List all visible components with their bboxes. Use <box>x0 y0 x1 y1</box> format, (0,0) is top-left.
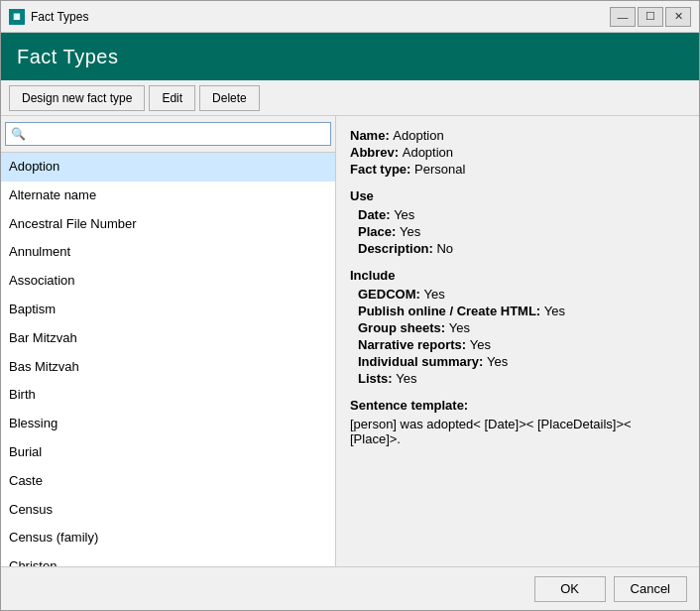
abbrev-label: Abbrev: <box>350 145 403 160</box>
ok-button[interactable]: OK <box>534 576 606 602</box>
list-item[interactable]: Birth <box>1 381 335 410</box>
lists-label: Lists: <box>358 371 396 386</box>
group-sheets-label: Group sheets: <box>358 320 449 335</box>
list-item[interactable]: Census <box>1 496 335 525</box>
sentence-template-text: [person] was adopted< [Date]>< [PlaceDet… <box>350 417 685 446</box>
place-label: Place: <box>358 224 400 239</box>
window-controls: — ☐ ✕ <box>610 7 691 27</box>
list-item[interactable]: Association <box>1 267 335 296</box>
list-item[interactable]: Caste <box>1 467 335 496</box>
abbrev-value: Adoption <box>403 145 453 160</box>
detail-name-line: Name: Adoption <box>350 128 685 143</box>
design-fact-type-button[interactable]: Design new fact type <box>9 85 145 111</box>
name-label: Name: <box>350 128 393 143</box>
search-icon: 🔍 <box>11 127 26 141</box>
list-item[interactable]: Ancestral File Number <box>1 210 335 239</box>
detail-fact-type-line: Fact type: Personal <box>350 162 685 177</box>
name-value: Adoption <box>393 128 443 143</box>
description-line: Description: No <box>350 241 685 256</box>
publish-value: Yes <box>544 304 565 318</box>
individual-label: Individual summary: <box>358 354 487 369</box>
list-item[interactable]: Census (family) <box>1 524 335 552</box>
list-item[interactable]: Alternate name <box>1 182 335 210</box>
list-item[interactable]: Bas Mitzvah <box>1 353 335 382</box>
date-line: Date: Yes <box>350 207 685 222</box>
content-area: 🔍 AdoptionAlternate nameAncestral File N… <box>1 116 699 566</box>
window-title: Fact Types <box>31 10 610 24</box>
include-section-header: Include <box>350 268 685 283</box>
narrative-value: Yes <box>470 337 491 352</box>
place-value: Yes <box>400 224 420 239</box>
search-input[interactable] <box>5 122 331 146</box>
left-panel: 🔍 AdoptionAlternate nameAncestral File N… <box>1 116 336 566</box>
date-label: Date: <box>358 207 394 222</box>
fact-types-window: ▦ Fact Types — ☐ ✕ Fact Types Design new… <box>0 0 700 611</box>
cancel-button[interactable]: Cancel <box>614 576 687 602</box>
sentence-section-header: Sentence template: <box>350 398 685 413</box>
gedcom-value: Yes <box>423 287 444 302</box>
list-item[interactable]: Burial <box>1 438 335 467</box>
fact-type-label: Fact type: <box>350 162 414 177</box>
place-line: Place: Yes <box>350 224 685 239</box>
list-item[interactable]: Annulment <box>1 238 335 267</box>
fact-type-list: AdoptionAlternate nameAncestral File Num… <box>1 153 335 566</box>
list-item[interactable]: Blessing <box>1 410 335 438</box>
detail-abbrev-line: Abbrev: Adoption <box>350 145 685 160</box>
close-button[interactable]: ✕ <box>665 7 691 27</box>
header-bar: Fact Types <box>1 33 699 80</box>
group-sheets-line: Group sheets: Yes <box>350 320 685 335</box>
window-icon: ▦ <box>9 9 25 25</box>
search-box-container: 🔍 <box>1 116 335 153</box>
individual-line: Individual summary: Yes <box>350 354 685 369</box>
publish-line: Publish online / Create HTML: Yes <box>350 304 685 318</box>
use-section-header: Use <box>350 188 685 203</box>
list-item[interactable]: Adoption <box>1 153 335 182</box>
lists-value: Yes <box>396 371 416 386</box>
maximize-button[interactable]: ☐ <box>638 7 663 27</box>
toolbar: Design new fact type Edit Delete <box>1 80 699 116</box>
title-bar: ▦ Fact Types — ☐ ✕ <box>1 1 699 33</box>
gedcom-line: GEDCOM: Yes <box>350 287 685 302</box>
header-title: Fact Types <box>17 46 118 68</box>
delete-button[interactable]: Delete <box>199 85 260 111</box>
individual-value: Yes <box>487 354 508 369</box>
list-item[interactable]: Christen <box>1 552 335 566</box>
group-sheets-value: Yes <box>449 320 470 335</box>
right-panel: Name: Adoption Abbrev: Adoption Fact typ… <box>336 116 699 566</box>
narrative-label: Narrative reports: <box>358 337 470 352</box>
fact-type-value: Personal <box>414 162 465 177</box>
narrative-line: Narrative reports: Yes <box>350 337 685 352</box>
description-value: No <box>436 241 453 256</box>
publish-label: Publish online / Create HTML: <box>358 304 544 318</box>
minimize-button[interactable]: — <box>610 7 636 27</box>
footer: OK Cancel <box>1 566 699 610</box>
lists-line: Lists: Yes <box>350 371 685 386</box>
list-item[interactable]: Baptism <box>1 296 335 324</box>
list-item[interactable]: Bar Mitzvah <box>1 324 335 353</box>
description-label: Description: <box>358 241 436 256</box>
date-value: Yes <box>394 207 414 222</box>
edit-button[interactable]: Edit <box>149 85 195 111</box>
gedcom-label: GEDCOM: <box>358 287 423 302</box>
